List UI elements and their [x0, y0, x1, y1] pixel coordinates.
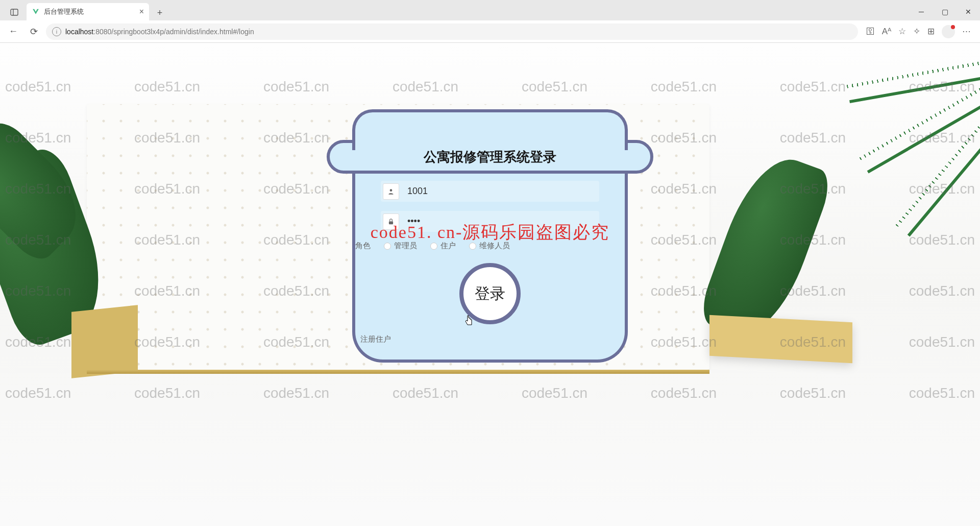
username-field [381, 181, 599, 202]
url-path: :8080/springboot3lx4p/admin/dist/index.h… [93, 28, 254, 36]
register-resident-link[interactable]: 注册住户 [360, 334, 599, 344]
favorite-icon[interactable]: ☆ [898, 26, 906, 37]
page-viewport: code51.cncode51.cncode51.cncode51.cncode… [0, 43, 980, 526]
minimize-button[interactable]: ─ [910, 4, 933, 20]
svg-point-2 [390, 189, 393, 192]
extensions-icon[interactable]: ⊞ [927, 26, 935, 37]
profile-avatar-icon[interactable] [942, 25, 955, 38]
tab-sidebar-button[interactable] [5, 4, 23, 20]
role-label: 角色 [355, 241, 371, 251]
collections-icon[interactable]: ✧ [913, 26, 920, 37]
key-icon[interactable]: ⚿ [866, 27, 875, 37]
new-tab-button[interactable]: + [152, 5, 167, 20]
watermark-overlay-text: code51. cn-源码乐园盗图必究 [371, 221, 610, 244]
podium-decoration [709, 315, 852, 364]
more-icon[interactable]: ⋯ [962, 26, 971, 37]
rail-decoration [87, 370, 709, 374]
reader-icon[interactable]: Aᴬ [882, 26, 891, 37]
vue-favicon-icon [32, 8, 40, 16]
login-body: 角色 管理员 住户 维修人员 登录 注册住户 [352, 160, 628, 363]
login-card-lid [352, 109, 628, 150]
toolbar-icons: ⚿ Aᴬ ☆ ✧ ⊞ ⋯ [862, 25, 975, 38]
back-button[interactable]: ← [5, 23, 21, 40]
site-info-icon[interactable]: i [52, 27, 61, 36]
maximize-button[interactable]: ▢ [933, 4, 957, 20]
login-button-label: 登录 [475, 283, 505, 304]
address-bar-row: ← ⟳ i localhost:8080/springboot3lx4p/adm… [0, 20, 980, 43]
close-window-button[interactable]: ✕ [957, 4, 980, 20]
url-bar[interactable]: i localhost:8080/springboot3lx4p/admin/d… [46, 23, 858, 40]
login-title: 公寓报修管理系统登录 [424, 148, 556, 166]
username-input[interactable] [401, 181, 599, 202]
tab-title: 后台管理系统 [44, 7, 84, 16]
tab-bar: 后台管理系统 × + ─ ▢ ✕ [0, 0, 980, 20]
podium-decoration [71, 305, 138, 378]
refresh-button[interactable]: ⟳ [26, 23, 42, 40]
user-icon [383, 183, 399, 200]
close-tab-icon[interactable]: × [139, 7, 144, 16]
browser-tab[interactable]: 后台管理系统 × [27, 3, 149, 20]
browser-chrome: 后台管理系统 × + ─ ▢ ✕ ← ⟳ i localhost:8080/sp… [0, 0, 980, 43]
cursor-icon [464, 315, 474, 328]
url-host: localhost [65, 28, 93, 36]
window-controls: ─ ▢ ✕ [910, 3, 980, 20]
svg-rect-0 [11, 9, 18, 15]
palm-decoration [796, 43, 980, 165]
